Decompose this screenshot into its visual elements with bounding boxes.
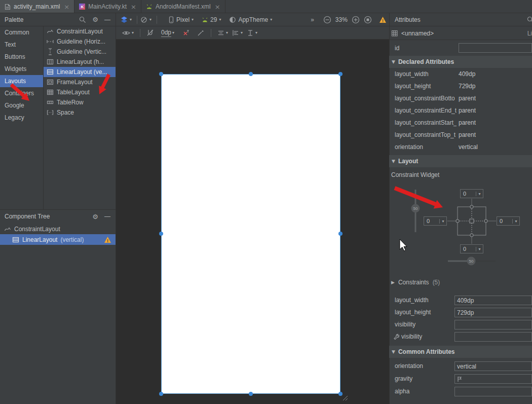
palette-category-common[interactable]: Common	[0, 26, 43, 39]
palette-category-google[interactable]: Google	[0, 99, 43, 112]
tab-mainactivity-kt[interactable]: K MainActivity.kt ×	[74, 0, 141, 13]
close-icon[interactable]: ×	[215, 4, 220, 10]
collapse-icon: ▼	[392, 59, 395, 64]
infer-constraints-wand-icon[interactable]	[197, 29, 205, 36]
palette-item-constraintlayout[interactable]: ConstraintLayout	[44, 26, 116, 36]
palette-item-space[interactable]: Space	[44, 107, 116, 118]
design-surface-icon[interactable]	[121, 16, 128, 23]
orientation-icon[interactable]	[140, 16, 147, 23]
attr-value[interactable]: vertical	[459, 141, 529, 153]
selection-handle-bottom-center[interactable]	[249, 392, 253, 396]
close-icon[interactable]: ×	[131, 4, 136, 10]
gear-icon[interactable]: ⚙	[92, 213, 98, 221]
margin-right-dropdown[interactable]: 0▾	[497, 216, 520, 226]
constraintlayout-icon	[47, 28, 54, 35]
default-margin-dropdown[interactable]: 0dp ▾	[161, 29, 174, 37]
theme-label: AppTheme	[238, 16, 268, 23]
palette-category-layouts[interactable]: Layouts	[0, 75, 43, 87]
palette-category-widgets[interactable]: Widgets	[0, 63, 43, 75]
tab-activity-main-xml[interactable]: activity_main.xml ×	[0, 0, 74, 13]
zoom-in-icon[interactable]	[352, 16, 360, 24]
component-tree-header: Component Tree ⚙ —	[0, 210, 116, 223]
layout-width-input[interactable]: 409dp	[454, 296, 532, 305]
attr-value[interactable]: parent	[459, 92, 529, 104]
attr-value[interactable]: 729dp	[459, 80, 529, 92]
palette-category-legacy[interactable]: Legacy	[0, 112, 43, 124]
orientation-input[interactable]: vertical	[454, 361, 532, 371]
constraint-anchor-bottom[interactable]	[470, 234, 473, 237]
gear-icon[interactable]: ⚙	[92, 16, 98, 23]
minimize-icon[interactable]: —	[104, 213, 110, 220]
device-artboard-linearlayout[interactable]	[161, 74, 340, 394]
section-layout[interactable]: ▼ Layout	[389, 155, 532, 167]
alpha-input[interactable]	[454, 387, 532, 396]
palette-item-framelayout[interactable]: FrameLayout	[44, 77, 116, 87]
attr-value[interactable]: parent	[459, 129, 529, 141]
chevron-down-icon: ▾	[149, 17, 151, 22]
palette-category-buttons[interactable]: Buttons	[0, 51, 43, 63]
margin-bottom-dropdown[interactable]: 0▾	[460, 244, 483, 253]
minimize-icon[interactable]: —	[104, 16, 110, 23]
view-options-eye-icon[interactable]	[122, 30, 130, 36]
autoconnect-off-magnet-icon[interactable]	[146, 29, 154, 36]
theme-selector[interactable]: AppTheme ▾	[229, 16, 272, 23]
kotlin-file-icon: K	[79, 4, 85, 10]
selection-handle-left-middle[interactable]	[159, 232, 163, 236]
id-input[interactable]	[459, 43, 532, 53]
palette-item-list: ConstraintLayout Guideline (Horiz... Gui…	[44, 26, 116, 118]
device-selector[interactable]: Pixel ▾	[168, 16, 194, 23]
divider	[140, 29, 140, 37]
canvas-resize-grip[interactable]	[341, 394, 349, 401]
space-icon	[47, 109, 54, 116]
clear-constraints-icon[interactable]	[182, 29, 190, 36]
selection-handle-bottom-left[interactable]	[159, 392, 163, 396]
close-icon[interactable]: ×	[64, 4, 69, 10]
tools-visibility-input[interactable]	[454, 332, 532, 342]
attr-name: orientation	[395, 360, 457, 372]
zoom-out-icon[interactable]	[323, 16, 331, 24]
palette-item-tablerow[interactable]: TableRow	[44, 97, 116, 107]
search-icon[interactable]	[79, 16, 86, 23]
constraint-anchor-right[interactable]	[484, 219, 487, 223]
framelayout-icon	[47, 79, 54, 86]
gravity-input[interactable]	[454, 374, 532, 384]
align-icon[interactable]	[232, 29, 239, 36]
layout-height-input[interactable]: 729dp	[454, 308, 532, 317]
component-tree-title: Component Tree	[0, 213, 50, 220]
palette-item-guideline-horizontal[interactable]: Guideline (Horiz...	[44, 36, 116, 47]
selection-handle-top-right[interactable]	[338, 72, 343, 76]
tab-androidmanifest-xml[interactable]: AndroidManifest.xml ×	[141, 0, 225, 13]
zoom-to-fit-icon[interactable]	[364, 16, 372, 24]
section-declared-attributes[interactable]: ▼ Declared Attributes	[389, 56, 532, 68]
android-file-icon	[146, 4, 153, 10]
selection-handle-right-middle[interactable]	[338, 232, 343, 236]
pack-icon[interactable]	[217, 29, 224, 36]
selection-handle-top-center[interactable]	[249, 72, 253, 76]
visibility-input[interactable]	[454, 320, 532, 329]
palette-category-containers[interactable]: Containers	[0, 87, 43, 99]
attr-value[interactable]: parent	[459, 104, 529, 117]
expand-horizontal-icon[interactable]	[247, 29, 254, 36]
toolbar-overflow-chevrons[interactable]: »	[311, 16, 314, 23]
vertical-bias-value: 50	[413, 206, 418, 211]
palette-category-text[interactable]: Text	[0, 39, 43, 51]
selection-handle-top-left[interactable]	[159, 72, 163, 76]
constraint-anchor-top[interactable]	[470, 205, 473, 208]
palette-item-linearlayout-vertical[interactable]: LinearLayout (ve...	[44, 67, 116, 77]
palette-item-guideline-vertical[interactable]: Guideline (Vertic...	[44, 47, 116, 57]
margin-left-dropdown[interactable]: 0▾	[424, 216, 447, 226]
tree-node-constraintlayout[interactable]: ConstraintLayout	[0, 224, 116, 234]
constraint-anchor-left[interactable]	[456, 219, 459, 223]
palette-item-tablelayout[interactable]: TableLayout	[44, 87, 116, 97]
tree-node-linearlayout[interactable]: LinearLayout (vertical) !	[0, 234, 116, 245]
palette-item-linearlayout-horizontal[interactable]: LinearLayout (h...	[44, 57, 116, 67]
search-icon[interactable]	[527, 16, 532, 23]
section-common-attributes[interactable]: ▼ Common Attributes	[389, 346, 532, 358]
attr-value[interactable]: parent	[459, 117, 529, 129]
attr-value[interactable]: 409dp	[459, 68, 529, 80]
api-level-selector[interactable]: 29 ▾	[202, 16, 221, 23]
constraints-section-toggle[interactable]: ▶ Constraints (5)	[391, 279, 440, 286]
margin-top-dropdown[interactable]: 0▾	[460, 189, 483, 198]
design-surface[interactable]	[116, 40, 389, 404]
warning-icon[interactable]: !	[379, 16, 387, 23]
